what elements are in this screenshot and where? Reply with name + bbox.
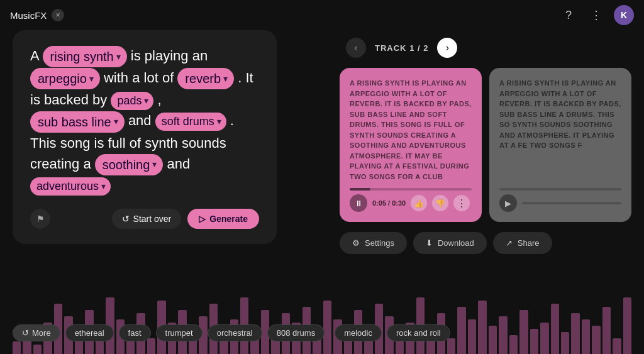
suggestion-label: orchestral bbox=[217, 328, 253, 338]
chip-rising-synth-label: rising synth bbox=[50, 47, 114, 66]
track-label: TRACK 1 / 2 bbox=[375, 43, 428, 53]
download-button[interactable]: ⬇ Download bbox=[413, 232, 487, 254]
chip-reverb-label: reverb bbox=[185, 69, 221, 88]
flag-button[interactable]: ⚑ bbox=[30, 209, 50, 229]
share-icon: ↗ bbox=[506, 238, 513, 248]
prompt-word-and-adventurous: and bbox=[167, 156, 190, 172]
download-label: Download bbox=[438, 238, 474, 248]
more-button[interactable]: ⋮ bbox=[586, 5, 606, 25]
generate-label: Generate bbox=[209, 214, 248, 224]
track-card-1: A RISING SYNTH IS PLAYING AN ARPEGGIO WI… bbox=[340, 68, 482, 222]
next-track-button[interactable]: › bbox=[437, 38, 457, 58]
time-display: 0:05 / 0:30 bbox=[372, 199, 406, 207]
settings-label: Settings bbox=[365, 238, 394, 248]
chip-arpeggio-label: arpeggio bbox=[38, 69, 87, 88]
track-card-2: A RISING SYNTH IS PLAYING AN ARPEGGIO WI… bbox=[489, 68, 631, 222]
track-card-2-text: A RISING SYNTH IS PLAYING AN ARPEGGIO WI… bbox=[499, 78, 621, 182]
flag-icon: ⚑ bbox=[36, 214, 45, 224]
right-arrow-icon: › bbox=[446, 42, 449, 53]
more-suggestions-chip[interactable]: ↺ More bbox=[13, 324, 60, 341]
chevron-down-icon-3: ▾ bbox=[223, 72, 228, 86]
track-2-progress bbox=[522, 202, 621, 204]
chip-soft-drums-label: soft drums bbox=[162, 113, 214, 130]
app-title: MusicFX bbox=[10, 10, 47, 21]
play-icon: ▶ bbox=[505, 199, 511, 208]
chip-reverb[interactable]: reverb ▾ bbox=[177, 68, 234, 89]
play-button-2[interactable]: ▶ bbox=[499, 194, 517, 212]
chevron-down-icon-7: ▾ bbox=[152, 158, 157, 171]
chevron-down-icon-8: ▾ bbox=[101, 180, 106, 193]
generate-icon: ▷ bbox=[199, 214, 206, 224]
chip-pads[interactable]: pads ▾ bbox=[111, 92, 153, 110]
prompt-word-comma: , bbox=[158, 92, 162, 108]
prompt-text: A rising synth ▾ is playing an arpeggio … bbox=[30, 45, 259, 196]
chevron-down-icon-5: ▾ bbox=[114, 115, 118, 128]
suggestion-chip-ethereal[interactable]: ethereal bbox=[65, 324, 114, 341]
share-label: Share bbox=[518, 238, 540, 248]
chip-soothing[interactable]: soothing ▾ bbox=[95, 154, 164, 175]
start-over-label: Start over bbox=[133, 214, 172, 224]
generate-button[interactable]: ▷ Generate bbox=[187, 209, 259, 229]
chevron-down-icon-6: ▾ bbox=[217, 115, 221, 128]
settings-button[interactable]: ⚙ Settings bbox=[340, 232, 407, 254]
track-more-button[interactable]: ⋮ bbox=[453, 195, 470, 211]
suggestion-label: fast bbox=[128, 328, 142, 338]
left-arrow-icon: ‹ bbox=[354, 42, 357, 53]
suggestion-chip-melodic[interactable]: melodic bbox=[335, 324, 382, 341]
prompt-word-is-playing: is playing an bbox=[131, 48, 208, 64]
bottom-action-bar: ⚙ Settings ⬇ Download ↗ Share bbox=[340, 232, 631, 254]
prompt-word-with: with a lot of bbox=[104, 70, 177, 86]
action-buttons: ↺ Start over ▷ Generate bbox=[112, 209, 259, 229]
chip-pads-label: pads bbox=[117, 92, 142, 109]
suggestion-label: 808 drums bbox=[277, 328, 315, 338]
thumbs-down-icon: 👎 bbox=[435, 199, 445, 208]
chip-sub-bass[interactable]: sub bass line ▾ bbox=[30, 111, 125, 133]
avatar-label: K bbox=[621, 10, 627, 20]
close-button[interactable]: × bbox=[52, 9, 64, 21]
chevron-down-icon-2: ▾ bbox=[89, 72, 94, 86]
suggestion-chip-orchestral[interactable]: orchestral bbox=[208, 324, 262, 341]
more-icon: ⋮ bbox=[591, 8, 602, 22]
chip-arpeggio[interactable]: arpeggio ▾ bbox=[30, 68, 100, 89]
pause-button[interactable]: ⏸ bbox=[350, 194, 367, 212]
download-icon: ⬇ bbox=[426, 238, 433, 248]
thumbs-up-icon: 👍 bbox=[414, 199, 424, 208]
help-button[interactable]: ? bbox=[558, 5, 579, 25]
chip-soft-drums[interactable]: soft drums ▾ bbox=[155, 113, 226, 131]
close-icon: × bbox=[56, 11, 60, 19]
topbar-right: ? ⋮ K bbox=[558, 5, 634, 25]
track-1-waveform-fill bbox=[350, 188, 370, 191]
more-options-icon: ⋮ bbox=[457, 197, 467, 209]
track-2-waveform bbox=[499, 188, 621, 191]
right-panel: ‹ TRACK 1 / 2 › A RISING SYNTH IS PLAYIN… bbox=[340, 38, 631, 254]
suggestion-label: trumpet bbox=[165, 328, 193, 338]
suggestion-chip-808drums[interactable]: 808 drums bbox=[267, 324, 325, 341]
suggestion-chip-rock[interactable]: rock and roll bbox=[387, 324, 450, 341]
chip-rising-synth[interactable]: rising synth ▾ bbox=[43, 46, 127, 67]
topbar-left: MusicFX × bbox=[10, 9, 64, 21]
avatar-button[interactable]: K bbox=[614, 5, 634, 25]
chip-soothing-label: soothing bbox=[103, 155, 150, 174]
track-1-player-controls: ⏸ 0:05 / 0:30 👍 👎 ⋮ bbox=[350, 194, 472, 212]
suggestion-label: ethereal bbox=[75, 328, 104, 338]
start-over-button[interactable]: ↺ Start over bbox=[112, 209, 182, 229]
track-2-player-controls: ▶ bbox=[499, 194, 621, 212]
chip-sub-bass-label: sub bass line bbox=[38, 113, 111, 131]
start-over-icon: ↺ bbox=[122, 214, 130, 224]
topbar: MusicFX × ? ⋮ K bbox=[0, 0, 644, 30]
prompt-word-and: and bbox=[128, 113, 155, 128]
suggestion-chip-fast[interactable]: fast bbox=[119, 324, 151, 341]
share-button[interactable]: ↗ Share bbox=[493, 232, 552, 254]
left-panel: A rising synth ▾ is playing an arpeggio … bbox=[13, 30, 277, 244]
prev-track-button[interactable]: ‹ bbox=[346, 38, 366, 58]
thumbs-up-button[interactable]: 👍 bbox=[411, 195, 427, 211]
chevron-down-icon-4: ▾ bbox=[144, 94, 148, 108]
suggestion-chip-trumpet[interactable]: trumpet bbox=[156, 324, 203, 341]
suggestion-label: rock and roll bbox=[396, 328, 441, 338]
refresh-icon: ↺ bbox=[22, 328, 29, 338]
chevron-down-icon: ▾ bbox=[116, 50, 121, 64]
thumbs-down-button[interactable]: 👎 bbox=[432, 195, 448, 211]
chip-adventurous[interactable]: adventurous ▾ bbox=[30, 177, 111, 196]
suggestions-row: ↺ More ethereal fast trumpet orchestral … bbox=[13, 324, 450, 341]
track-1-waveform bbox=[350, 188, 472, 191]
